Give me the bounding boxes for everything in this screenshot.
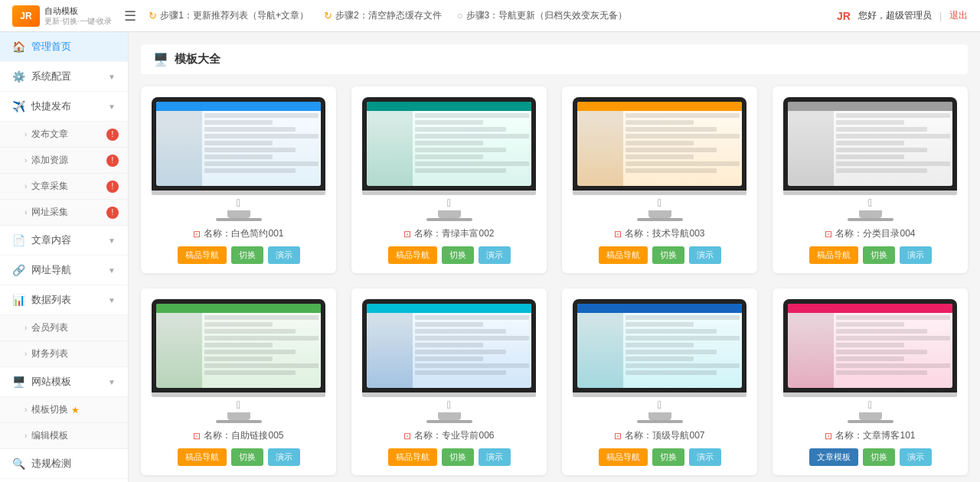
template-btn-演示[interactable]: 演示 xyxy=(479,246,511,264)
screen-topbar-006 xyxy=(367,304,531,313)
sidebar-sub-item-url-collect[interactable]: › 网址采集 ! xyxy=(0,200,128,226)
step2[interactable]: ↻ 步骤2：清空静态缓存文件 xyxy=(324,9,442,22)
sidebar-item-data-list[interactable]: 📊 数据列表 ▼ xyxy=(0,285,128,315)
screen-inner-006 xyxy=(367,304,531,388)
screen-main-mini-007 xyxy=(623,313,742,388)
logout-button[interactable]: 退出 xyxy=(949,9,968,22)
monitor-base-007 xyxy=(573,392,746,397)
template-btn-切换[interactable]: 切换 xyxy=(863,246,895,264)
screen-content-003 xyxy=(577,102,742,186)
sidebar-sub-item-finance-list[interactable]: › 财务列表 xyxy=(0,341,128,367)
sidebar-item-dashboard[interactable]: 🏠 管理首页 xyxy=(0,32,128,62)
apple-logo-004:  xyxy=(783,197,957,209)
template-btn-切换[interactable]: 切换 xyxy=(863,448,895,466)
screen-sidebar-mini-007 xyxy=(577,313,623,388)
sidebar: 🏠 管理首页 ⚙️ 系统配置 ▼ ✈️ 快捷发布 ▼ › 发布文章 ! › 添加… xyxy=(0,32,129,482)
template-btn-演示[interactable]: 演示 xyxy=(268,448,300,466)
logo: JR 自动模板 更新·切换·一键·收录 xyxy=(12,5,112,27)
card-name-label-003: 名称：技术导航003 xyxy=(625,227,704,240)
sidebar-sub-item-edit-template[interactable]: › 编辑模板 xyxy=(0,423,128,449)
template-btn-演示[interactable]: 演示 xyxy=(900,448,932,466)
topbar-steps: ↻ 步骤1：更新推荐列表（导航+文章） ↻ 步骤2：清空静态缓存文件 ○ 步骤3… xyxy=(149,9,837,22)
template-card-002:  ⊡ 名称：青绿丰富002 稿品导航切换演示 xyxy=(351,86,547,273)
screen-topbar-101 xyxy=(788,304,952,313)
sidebar-item-system[interactable]: ⚙️ 系统配置 ▼ xyxy=(0,62,128,92)
monitor-foot-001 xyxy=(216,218,262,221)
template-btn-切换[interactable]: 切换 xyxy=(652,246,684,264)
template-btn-稿品导航[interactable]: 稿品导航 xyxy=(178,246,227,264)
screen-sidebar-mini-002 xyxy=(367,111,413,186)
arrow-right-icon: › xyxy=(24,208,27,217)
template-btn-稿品导航[interactable]: 稿品导航 xyxy=(809,246,858,264)
template-btn-切换[interactable]: 切换 xyxy=(231,448,263,466)
card-name-007: ⊡ 名称：顶级导航007 xyxy=(614,429,704,442)
card-buttons-007: 稿品导航切换演示 xyxy=(599,448,721,466)
monitor-icon: 🖥️ xyxy=(12,376,25,388)
template-btn-稿品导航[interactable]: 稿品导航 xyxy=(388,246,437,264)
sidebar-item-article-content[interactable]: 📄 文章内容 ▼ xyxy=(0,226,128,256)
card-buttons-002: 稿品导航切换演示 xyxy=(388,246,511,264)
page-header: 🖥️ 模板大全 xyxy=(141,44,968,74)
sidebar-item-quick-publish[interactable]: ✈️ 快捷发布 ▼ xyxy=(0,92,128,122)
screen-body-002 xyxy=(367,111,531,186)
sidebar-item-violation[interactable]: 🔍 违规检测 xyxy=(0,449,128,479)
card-buttons-004: 稿品导航切换演示 xyxy=(809,246,932,264)
card-name-001: ⊡ 名称：白色简约001 xyxy=(193,227,283,240)
template-card-003:  ⊡ 名称：技术导航003 稿品导航切换演示 xyxy=(562,86,757,273)
card-name-003: ⊡ 名称：技术导航003 xyxy=(614,227,704,240)
card-name-icon-003: ⊡ xyxy=(614,229,622,239)
sidebar-sub-item-publish-article[interactable]: › 发布文章 ! xyxy=(0,122,128,148)
sidebar-sub-item-template-switch[interactable]: › 模板切换 ★ xyxy=(0,397,128,423)
sidebar-sub-item-article-collect[interactable]: › 文章采集 ! xyxy=(0,174,128,200)
template-btn-稿品导航[interactable]: 稿品导航 xyxy=(599,246,648,264)
template-btn-稿品导航[interactable]: 稿品导航 xyxy=(178,448,227,466)
step3[interactable]: ○ 步骤3：导航更新（归档失效变灰无备） xyxy=(457,9,628,22)
arrow-right-icon: › xyxy=(24,156,27,164)
template-btn-稿品导航[interactable]: 稿品导航 xyxy=(599,448,648,466)
screen-main-mini-004 xyxy=(834,111,952,186)
template-btn-切换[interactable]: 切换 xyxy=(442,246,474,264)
arrow-right-icon: › xyxy=(24,350,27,358)
card-name-005: ⊡ 名称：自助链接005 xyxy=(193,429,283,442)
sidebar-item-ad[interactable]: 📢 广告管理 xyxy=(0,479,128,482)
menu-toggle-icon[interactable]: ☰ xyxy=(124,8,136,24)
sidebar-sub-item-add-resource[interactable]: › 添加资源 ! xyxy=(0,148,128,174)
template-btn-切换[interactable]: 切换 xyxy=(442,448,474,466)
monitor-stand-001 xyxy=(227,210,250,218)
template-btn-切换[interactable]: 切换 xyxy=(652,448,684,466)
card-name-101: ⊡ 名称：文章博客101 xyxy=(825,429,915,442)
sidebar-sub-item-member-list[interactable]: › 会员列表 xyxy=(0,315,128,341)
template-btn-演示[interactable]: 演示 xyxy=(268,246,300,264)
monitor-screen-006 xyxy=(362,299,536,392)
sidebar-item-nav[interactable]: 🔗 网址导航 ▼ xyxy=(0,256,128,285)
step1[interactable]: ↻ 步骤1：更新推荐列表（导航+文章） xyxy=(149,9,309,22)
badge-add-resource: ! xyxy=(106,155,119,167)
card-name-label-005: 名称：自助链接005 xyxy=(204,429,283,442)
page-header-icon: 🖥️ xyxy=(153,52,168,67)
card-name-label-007: 名称：顶级导航007 xyxy=(625,429,704,442)
badge-article-collect: ! xyxy=(106,181,119,193)
template-btn-稿品导航[interactable]: 稿品导航 xyxy=(388,448,437,466)
arrow-right-icon: › xyxy=(24,405,27,414)
template-btn-演示[interactable]: 演示 xyxy=(689,246,721,264)
template-btn-文章模板[interactable]: 文章模板 xyxy=(809,448,858,466)
screen-topbar-005 xyxy=(156,304,321,313)
monitor-stand-006 xyxy=(438,412,461,420)
template-btn-演示[interactable]: 演示 xyxy=(900,246,932,264)
logo-icon: JR xyxy=(12,5,40,27)
template-btn-演示[interactable]: 演示 xyxy=(479,448,511,466)
template-btn-演示[interactable]: 演示 xyxy=(689,448,721,466)
screen-sidebar-mini-101 xyxy=(788,313,834,388)
sidebar-item-site-template[interactable]: 🖥️ 网站模板 ▼ xyxy=(0,367,128,397)
screen-content-001 xyxy=(156,102,321,186)
home-icon: 🏠 xyxy=(12,41,25,53)
monitor-007:  xyxy=(573,299,746,423)
template-btn-切换[interactable]: 切换 xyxy=(231,246,263,264)
apple-logo-003:  xyxy=(573,197,746,209)
chevron-down-icon: ▼ xyxy=(108,236,116,245)
monitor-foot-004 xyxy=(848,218,893,221)
screen-main-mini-006 xyxy=(413,313,531,388)
screen-sidebar-mini-005 xyxy=(156,313,202,388)
step2-icon: ↻ xyxy=(324,10,332,21)
monitor-screen-003 xyxy=(573,97,746,191)
